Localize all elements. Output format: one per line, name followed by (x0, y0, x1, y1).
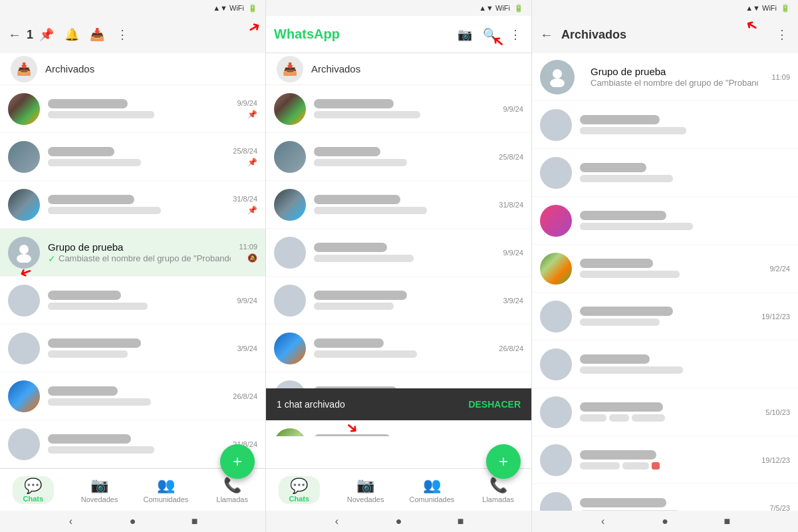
chat-item-3-7[interactable] (532, 340, 798, 388)
nav-chats-1[interactable]: 💬 Chats (0, 473, 66, 507)
archivados-title: Archivados (561, 28, 766, 42)
more-icon[interactable]: ⋮ (114, 27, 130, 43)
chat-preview-blur-3-2 (580, 127, 686, 134)
header-1: ← 1 📌 🔔 📥 ⋮ ➜ (0, 16, 265, 53)
chat-meta-2-3: 31/8/24 (499, 201, 523, 209)
red-arrow-grupo-3: ➜ (769, 53, 789, 54)
chat-time-3: 31/8/24 (233, 195, 257, 203)
undo-button[interactable]: DESHACER (468, 399, 521, 410)
chat-item-grupo[interactable]: Grupo de prueba ✓ Cambiaste el nombre de… (0, 229, 265, 277)
chat-name-blur-3-10 (580, 498, 666, 507)
chat-name-blur-2-5 (314, 291, 407, 300)
chat-item-2-3[interactable]: 31/8/24 (266, 181, 531, 229)
chat-item-2-6[interactable]: 26/8/24 (266, 325, 531, 372)
chat-meta-2: 25/8/24 📌 (233, 147, 257, 167)
chat-preview-blur-2-5 (314, 303, 394, 310)
back-button-3[interactable]: ← (540, 27, 553, 43)
avatar-3-7 (540, 348, 572, 380)
chat-preview-blur-1 (48, 111, 154, 118)
chat-item-3-3[interactable] (532, 149, 798, 197)
status-wifi-3: ▲▼ WiFi (745, 4, 777, 12)
recents-sys-2[interactable]: ■ (454, 515, 467, 528)
recents-sys-1[interactable]: ■ (188, 515, 201, 528)
chat-name-blur-2-4 (314, 243, 387, 252)
home-sys-3[interactable]: ● (658, 515, 672, 528)
chat-item-3-6[interactable]: 19/12/23 (532, 293, 798, 340)
avatar-2-4 (274, 237, 306, 269)
nav-chats-2[interactable]: 💬 Chats (266, 473, 332, 507)
chat-item-3-8[interactable]: 5/10/23 (532, 388, 798, 436)
chat-item-3-4[interactable] (532, 197, 798, 245)
chat-item-2[interactable]: 25/8/24 📌 (0, 133, 265, 181)
nav-llamadas-1[interactable]: 📞 Llamadas (199, 474, 265, 506)
more-icon-2[interactable]: ⋮ (507, 27, 523, 43)
nav-novedades-2[interactable]: 📷 Novedades (332, 474, 399, 506)
search-icon[interactable]: 🔍 (482, 27, 498, 43)
chat-info-2-6 (314, 338, 491, 358)
chat-name-blur-3-2 (580, 115, 660, 124)
chat-item-3-9[interactable]: 19/12/23 (532, 436, 798, 484)
chat-list-2: 9/9/24 25/8/24 31/8/24 (266, 85, 531, 436)
nav-comunidades-2[interactable]: 👥 Comunidades (399, 474, 466, 506)
chat-meta-2-1: 9/9/24 (503, 105, 523, 113)
chat-name-blur-8 (48, 434, 131, 444)
back-sys-2[interactable]: ‹ (331, 515, 344, 528)
chat-meta-3-6: 19/12/23 (761, 313, 790, 321)
chat-item-1[interactable]: 9/9/24 📌 (0, 85, 265, 133)
avatar-3 (8, 189, 40, 221)
chat-item-2-1[interactable]: 9/9/24 (266, 85, 531, 133)
chat-item-3[interactable]: 31/8/24 📌 (0, 181, 265, 229)
chat-time-3-8: 5/10/23 (765, 408, 790, 416)
avatar-2-3 (274, 189, 306, 221)
chat-item-2-2[interactable]: 25/8/24 (266, 133, 531, 181)
chat-name-blur-2-8 (314, 434, 390, 436)
sys-nav-3: ‹ ● ■ (532, 511, 798, 532)
back-sys-1[interactable]: ‹ (65, 515, 78, 528)
llamadas-label-2: Llamadas (482, 495, 514, 503)
chat-info-2-3 (314, 195, 491, 214)
avatar-3-6 (540, 301, 572, 332)
chat-item-3-10[interactable]: 7/5/23 (532, 484, 798, 511)
community-icon-1: 👥 (157, 477, 175, 494)
bell-icon[interactable]: 🔔 (64, 27, 80, 43)
back-sys-3[interactable]: ‹ (597, 515, 610, 528)
home-sys-1[interactable]: ● (126, 515, 140, 528)
chat-list-3: Grupo de prueba Cambiaste el nombre del … (532, 53, 798, 511)
home-sys-2[interactable]: ● (392, 515, 406, 528)
chat-item-3-5[interactable]: 9/2/24 (532, 245, 798, 293)
svg-point-2 (553, 69, 562, 78)
header-3: ← Archivados ⋮ ➜ (532, 16, 798, 53)
chat-name-blur-2-1 (314, 99, 394, 108)
chat-item-2-4[interactable]: 9/9/24 (266, 229, 531, 277)
avatar-3-9 (540, 444, 572, 476)
fab-2[interactable]: + (486, 444, 521, 479)
recents-sys-3[interactable]: ■ (720, 515, 733, 528)
archive-icon-btn[interactable]: 📥 (89, 27, 105, 43)
avatar-3-8 (540, 396, 572, 428)
archived-row-2[interactable]: 📥 Archivados ➜ (266, 53, 531, 85)
more-icon-3[interactable]: ⋮ (774, 27, 790, 43)
avatar-grupo (8, 237, 40, 269)
chat-item-3-2[interactable] (532, 101, 798, 149)
header-icons-1: 📌 🔔 📥 ⋮ (39, 27, 130, 43)
back-button-1[interactable]: ← (8, 27, 21, 43)
chat-time-2: 25/8/24 (233, 147, 257, 155)
fab-1[interactable]: + (220, 444, 255, 479)
chat-preview-blur-3-3 (580, 175, 673, 182)
chat-item-5[interactable]: 9/9/24 (0, 277, 265, 325)
avatar-2-5 (274, 285, 306, 317)
archived-row-1[interactable]: 📥 Archivados (0, 53, 265, 85)
chat-meta-2-2: 25/8/24 (499, 153, 523, 161)
status-wifi-2: ▲▼ WiFi (479, 4, 510, 12)
chat-item-6[interactable]: 3/9/24 (0, 325, 265, 372)
grupo-item-3[interactable]: Grupo de prueba Cambiaste el nombre del … (532, 53, 798, 101)
chat-item-2-8[interactable]: 14/8/24 (266, 420, 531, 436)
camera-icon-2[interactable]: 📷 (457, 27, 473, 43)
pin-icon[interactable]: 📌 (39, 27, 55, 43)
chat-info-2-8 (314, 434, 491, 436)
chat-item-2-5[interactable]: 3/9/24 (266, 277, 531, 325)
nav-comunidades-1[interactable]: 👥 Comunidades (133, 474, 200, 506)
chat-item-7[interactable]: 26/8/24 (0, 372, 265, 420)
nav-llamadas-2[interactable]: 📞 Llamadas (465, 474, 531, 506)
nav-novedades-1[interactable]: 📷 Novedades (66, 474, 133, 506)
